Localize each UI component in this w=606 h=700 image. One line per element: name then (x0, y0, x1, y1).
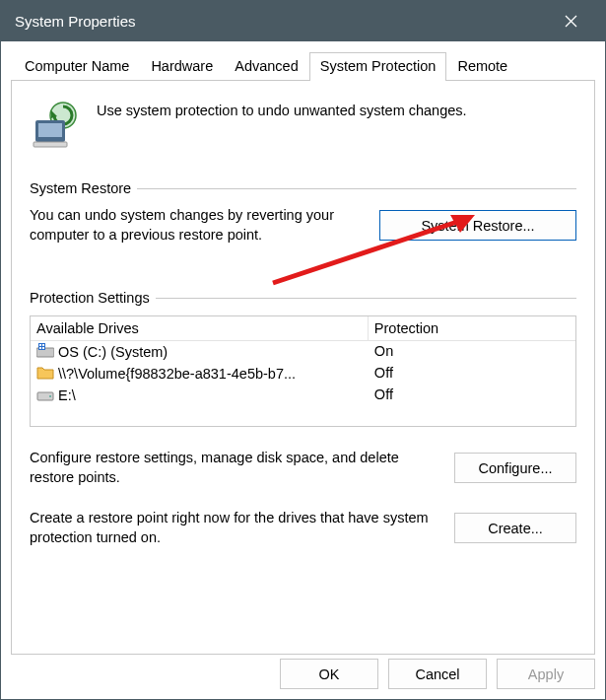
system-restore-button[interactable]: System Restore... (379, 210, 576, 241)
window-title: System Properties (15, 13, 548, 30)
tab-system-protection[interactable]: System Protection (309, 52, 447, 81)
drive-name: OS (C:) (System) (58, 344, 168, 360)
cancel-button[interactable]: Cancel (388, 659, 487, 689)
svg-rect-11 (39, 347, 41, 349)
drive-name: \\?\Volume{f98832be-a831-4e5b-b7... (58, 366, 296, 382)
tabs: Computer Name Hardware Advanced System P… (11, 51, 595, 81)
create-button[interactable]: Create... (454, 513, 576, 543)
svg-rect-10 (42, 344, 44, 346)
tab-remote[interactable]: Remote (446, 52, 518, 81)
configure-button[interactable]: Configure... (454, 453, 576, 483)
dialog-footer: OK Cancel Apply (11, 659, 595, 689)
drive-icon (36, 365, 54, 383)
svg-rect-5 (38, 123, 62, 137)
column-header-drives[interactable]: Available Drives (31, 316, 369, 341)
apply-button: Apply (497, 659, 595, 689)
drives-table: Available Drives Protection OS (C:) (Sys… (30, 315, 576, 427)
system-protection-icon (32, 101, 81, 151)
drive-protection: Off (369, 385, 575, 406)
ok-button[interactable]: OK (280, 659, 378, 689)
close-icon (565, 15, 577, 28)
protection-settings-legend: Protection Settings (30, 290, 150, 306)
drive-protection: On (369, 341, 575, 363)
divider (137, 188, 576, 189)
intro-text: Use system protection to undo unwanted s… (97, 101, 576, 118)
system-restore-description: You can undo system changes by reverting… (30, 206, 362, 245)
tab-panel: Use system protection to undo unwanted s… (11, 81, 595, 655)
divider (156, 298, 576, 299)
column-header-protection[interactable]: Protection (369, 316, 575, 341)
table-row[interactable]: E:\Off (31, 385, 575, 406)
tab-hardware[interactable]: Hardware (140, 52, 224, 81)
table-row[interactable]: OS (C:) (System)On (31, 341, 575, 363)
close-button[interactable] (548, 1, 593, 41)
tab-advanced[interactable]: Advanced (224, 52, 309, 81)
drive-icon (36, 343, 54, 361)
tab-computer-name[interactable]: Computer Name (14, 52, 140, 81)
create-description: Create a restore point right now for the… (30, 509, 437, 547)
svg-rect-6 (34, 142, 67, 147)
svg-rect-9 (39, 344, 41, 346)
svg-point-14 (49, 395, 51, 397)
drive-protection: Off (369, 363, 575, 385)
svg-rect-12 (42, 347, 44, 349)
configure-description: Configure restore settings, manage disk … (30, 449, 437, 487)
drive-name: E:\ (58, 387, 76, 403)
table-row[interactable]: \\?\Volume{f98832be-a831-4e5b-b7...Off (31, 363, 575, 385)
titlebar: System Properties (1, 1, 605, 41)
drive-icon (36, 386, 54, 404)
system-restore-legend: System Restore (30, 180, 131, 196)
